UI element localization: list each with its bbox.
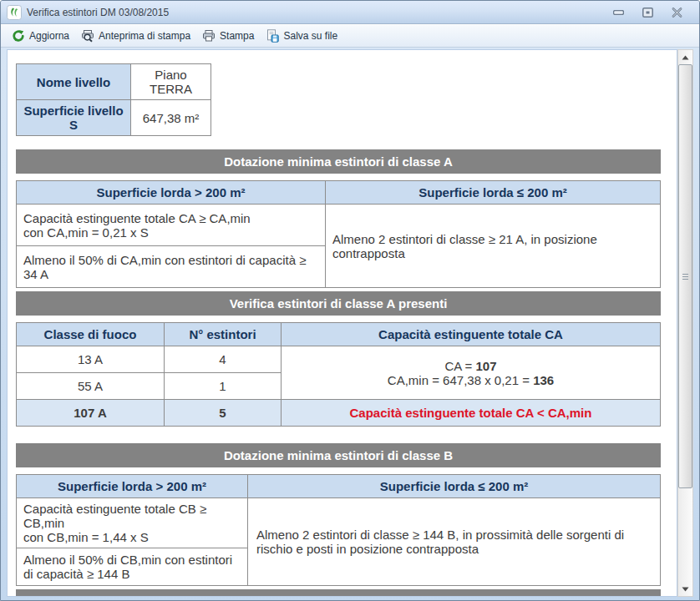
level-surface-label: Superficie livello S <box>17 100 131 136</box>
banner-dotazione-classe-b: Dotazione minima estintori di classe B <box>16 443 661 467</box>
scroll-up-button[interactable] <box>678 50 692 64</box>
scroll-down-button[interactable] <box>678 582 692 596</box>
report-area: Nome livello Piano TERRA Superficie live… <box>7 49 677 597</box>
level-surface-value: 647,38 m² <box>131 100 211 136</box>
extinguisher-count-value: 1 <box>165 373 282 400</box>
class-a-header-small-area: Superficie lorda ≤ 200 m² <box>326 181 661 205</box>
col-header-total-capacity: Capacità estinguente totale CA <box>282 323 661 346</box>
printer-icon <box>202 29 216 43</box>
title-bar: Verifica estintori DM 03/08/2015 <box>1 1 699 24</box>
class-a-rules-table: Superficie lorda > 200 m² Superficie lor… <box>16 180 661 288</box>
print-button[interactable]: Stampa <box>196 27 260 45</box>
class-a-rule-2: Almeno il 50% di CA,min con estintori di… <box>17 246 326 288</box>
refresh-icon <box>12 29 25 43</box>
ca-value: 107 <box>476 359 497 373</box>
class-a-header-large-area: Superficie lorda > 200 m² <box>17 181 326 205</box>
table-row: Capacità estinguente totale CA ≥ CA,min … <box>17 205 661 246</box>
save-file-icon <box>266 29 279 43</box>
table-row: 13 A 4 CA = 107 CA,min = 647,38 x 0,21 =… <box>17 346 661 373</box>
save-to-file-button-label: Salva su file <box>283 30 337 42</box>
print-button-label: Stampa <box>220 30 254 42</box>
level-name-value: Piano TERRA <box>131 64 211 100</box>
ca-min-line: CA,min = 647,38 x 0,21 = 136 <box>288 373 653 387</box>
table-row: Nome livello Piano TERRA <box>17 64 211 100</box>
verification-result-message: Capacità estinguente totale CA < CA,min <box>282 400 661 427</box>
window-title: Verifica estintori DM 03/08/2015 <box>27 7 612 18</box>
minimize-button[interactable] <box>612 7 624 18</box>
window-controls <box>612 7 692 18</box>
class-b-header-small-area: Superficie lorda ≤ 200 m² <box>248 475 661 498</box>
banner-verifica-classe-a: Verifica estintori di classe A presenti <box>16 291 661 316</box>
ca-min-value: 136 <box>533 373 554 387</box>
scrollbar-grip <box>682 274 688 280</box>
table-total-row: 107 A 5 Capacità estinguente totale CA <… <box>17 400 661 427</box>
table-row: Superficie livello S 647,38 m² <box>17 100 211 136</box>
col-header-fire-class: Classe di fuoco <box>17 323 165 346</box>
class-b-rule-1: Capacità estinguente totale CB ≥ CB,min … <box>17 498 248 548</box>
class-a-rule-small-area: Almeno 2 estintori di classe ≥ 21 A, in … <box>326 205 661 288</box>
class-a-check-table: Classe di fuoco N° estintori Capacità es… <box>16 322 661 427</box>
refresh-button-label: Aggiorna <box>29 30 69 42</box>
table-row: Capacità estinguente totale CB ≥ CB,min … <box>17 498 661 548</box>
app-window: Verifica estintori DM 03/08/2015 Aggiorn… <box>0 0 700 601</box>
print-preview-button[interactable]: Anteprima di stampa <box>75 27 196 45</box>
total-extinguisher-count: 5 <box>165 400 282 427</box>
class-b-rule-2: Almeno il 50% di CB,min con estintori di… <box>17 548 248 586</box>
print-preview-button-label: Anteprima di stampa <box>99 30 190 42</box>
toolbar: Aggiorna Anteprima di stampa <box>1 24 699 48</box>
class-a-rule-1: Capacità estinguente totale CA ≥ CA,min … <box>17 205 326 246</box>
class-b-rule-small-area: Almeno 2 estintori di classe ≥ 144 B, in… <box>248 498 661 586</box>
col-header-extinguisher-count: N° estintori <box>165 323 282 346</box>
table-header-row: Superficie lorda > 200 m² Superficie lor… <box>17 181 661 205</box>
save-to-file-button[interactable]: Salva su file <box>260 27 343 45</box>
fire-class-value: 55 A <box>17 373 165 400</box>
table-header-row: Superficie lorda > 200 m² Superficie lor… <box>17 475 661 498</box>
capacity-calc-cell: CA = 107 CA,min = 647,38 x 0,21 = 136 <box>282 346 661 400</box>
banner-dotazione-classe-a: Dotazione minima estintori di classe A <box>16 149 661 174</box>
vertical-scrollbar[interactable] <box>677 49 693 597</box>
level-info-table: Nome livello Piano TERRA Superficie live… <box>16 63 211 136</box>
table-header-row: Classe di fuoco N° estintori Capacità es… <box>17 323 661 346</box>
class-b-rules-table: Superficie lorda > 200 m² Superficie lor… <box>16 474 661 586</box>
refresh-button[interactable]: Aggiorna <box>6 27 75 45</box>
level-name-label: Nome livello <box>17 64 131 100</box>
app-logo-icon <box>7 5 22 20</box>
close-icon[interactable] <box>671 7 682 18</box>
banner-verifica-classe-b: Verifica estintori di classe B presenti <box>16 589 661 597</box>
class-b-header-large-area: Superficie lorda > 200 m² <box>17 475 248 498</box>
client-area: Nome livello Piano TERRA Superficie live… <box>1 49 699 600</box>
restore-button[interactable] <box>642 7 653 18</box>
print-preview-icon <box>81 29 94 43</box>
fire-class-value: 13 A <box>17 346 165 373</box>
scrollbar-thumb[interactable] <box>678 64 692 488</box>
ca-line: CA = 107 <box>288 359 653 373</box>
extinguisher-count-value: 4 <box>165 346 282 373</box>
total-fire-class: 107 A <box>17 400 165 427</box>
